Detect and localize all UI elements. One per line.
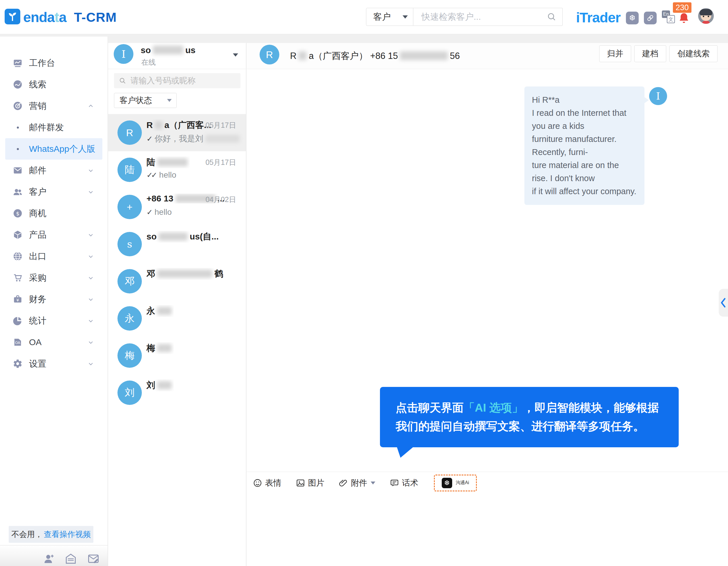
conversation-preview: ✓✓hello: [146, 170, 176, 180]
sidebar-item-出口[interactable]: 出口: [5, 245, 102, 267]
callout-tail: [397, 447, 414, 458]
sidebar-item-OA[interactable]: OAOA: [5, 332, 102, 353]
search-category-select[interactable]: 客户: [366, 8, 413, 26]
message-line: Hi R**a: [532, 93, 637, 106]
magnifier-icon: [119, 77, 126, 85]
emoji-button[interactable]: 表情: [253, 478, 281, 489]
conversation-item[interactable]: 陆陆05月17日✓✓hello: [108, 151, 246, 188]
conversation-avatar: s: [117, 232, 142, 256]
check-icon: ✓: [146, 134, 151, 143]
global-search: [413, 8, 563, 26]
conversation-list: RRa（广西客...05月17日✓你好，我是刘陆陆05月17日✓✓hello++…: [108, 114, 246, 411]
sidebar-item-采购[interactable]: 采购: [5, 267, 102, 289]
svg-text:$: $: [16, 210, 19, 216]
sidebar-item-label: OA: [29, 337, 41, 347]
sidebar-item-设置[interactable]: 设置: [5, 353, 102, 375]
leads-icon: [13, 79, 23, 89]
stats-icon: [13, 316, 23, 326]
tendata-logo-icon: [5, 9, 20, 24]
conversation-item[interactable]: ++86 13...04月02日✓hello: [108, 188, 246, 225]
create-lead-button[interactable]: 创建线索: [669, 45, 718, 62]
svg-text:OA: OA: [15, 341, 20, 345]
sidebar-item-工作台[interactable]: 工作台: [5, 52, 102, 74]
sidebar-item-客户[interactable]: 客户: [5, 181, 102, 202]
settings-icon: [13, 359, 23, 369]
user-avatar[interactable]: [698, 8, 714, 24]
conversation-avatar: R: [117, 120, 142, 145]
itrader-logo[interactable]: iTrader: [576, 10, 620, 26]
message-line: I read on the Internet that you are a ki…: [532, 106, 637, 133]
chevron-down-icon: [88, 253, 94, 259]
message-line: furniture manufacturer. Recently, furni-: [532, 133, 637, 159]
conversation-preview: ✓你好，我是刘: [146, 133, 242, 144]
bell-icon[interactable]: [678, 12, 690, 26]
sidebar-item-线索[interactable]: 线索: [5, 74, 102, 95]
chevron-down-icon: [167, 99, 172, 102]
conversation-item[interactable]: 邓邓鹤: [108, 263, 246, 300]
sidebar-item-营销[interactable]: 营销: [5, 95, 102, 117]
chatgpt-icon[interactable]: [626, 12, 639, 24]
conversation-name: 陆: [146, 156, 190, 168]
conversation-avatar: 永: [117, 306, 142, 331]
sidebar-item-label: 财务: [29, 294, 46, 306]
archive-button[interactable]: 建档: [634, 45, 666, 62]
account-chevron-down-icon[interactable]: [233, 53, 238, 57]
conversation-avatar: 梅: [117, 344, 142, 368]
customer-status-select[interactable]: 客户状态: [114, 93, 177, 108]
chevron-down-icon: [88, 339, 94, 345]
conversation-name: 邓鹤: [146, 268, 223, 280]
watch-video-link[interactable]: 查看操作视频: [44, 529, 91, 540]
conversation-item[interactable]: RRa（广西客...05月17日✓你好，我是刘: [108, 114, 246, 151]
conversation-item[interactable]: 梅梅: [108, 337, 246, 374]
workbench-icon: [13, 58, 23, 68]
sidebar-item-邮件群发[interactable]: 邮件群发: [5, 117, 102, 138]
add-contact-icon[interactable]: [43, 552, 56, 565]
contact-name: Ra（广西客户） +86 1556: [290, 50, 460, 62]
bullet-dot: [13, 122, 23, 132]
bullet-dot: [13, 144, 23, 154]
sidebar-item-label: 设置: [29, 358, 46, 370]
search-icon[interactable]: [547, 12, 557, 22]
sidebar-item-label: 出口: [29, 250, 46, 262]
image-icon: [296, 478, 305, 488]
sprout-logo-icon: [7, 11, 18, 22]
image-button[interactable]: 图片: [296, 478, 324, 489]
check-icon: ✓: [146, 208, 151, 216]
whatsapp-account-header[interactable]: I sous 在线: [108, 43, 246, 69]
sidebar-item-商机[interactable]: $商机: [5, 202, 102, 224]
chat-header: R Ra（广西客户） +86 1556 归并建档创建线索: [247, 43, 728, 69]
notification-badge: 230: [673, 2, 691, 13]
compose-mail-icon[interactable]: [87, 552, 100, 565]
conversation-item[interactable]: ssous(自...: [108, 225, 246, 263]
chevron-down-icon: [88, 232, 94, 238]
merge-button[interactable]: 归并: [599, 45, 631, 62]
paperclip-icon: [339, 478, 348, 488]
communicate-ai-button[interactable]: 沟通Ai: [434, 475, 477, 491]
attachment-button[interactable]: 附件: [339, 478, 375, 489]
link-icon[interactable]: [644, 12, 657, 24]
mail-icon: [13, 165, 23, 175]
conversation-name: 永: [146, 305, 174, 317]
chevron-up-icon: [88, 103, 94, 109]
global-search-input[interactable]: [421, 12, 547, 22]
incoming-message-bubble: Hi R**aI read on the Internet that you a…: [524, 86, 644, 205]
chat-list-panel: I sous 在线 客户状态 RRa（广西客...05月17日✓你好，我是刘陆陆…: [108, 43, 246, 566]
finance-icon: ¥: [13, 294, 23, 304]
contact-search-input[interactable]: [130, 76, 236, 86]
product-icon: [13, 230, 23, 240]
sidebar-item-统计[interactable]: 统计: [5, 310, 102, 332]
chevron-down-icon: [403, 15, 408, 19]
sidebar-item-邮件[interactable]: 邮件: [5, 160, 102, 181]
conversation-name: 刘: [146, 379, 174, 391]
chevron-down-icon: [88, 297, 94, 302]
open-mail-icon[interactable]: [64, 552, 77, 565]
product-name: T-CRM: [74, 10, 117, 25]
collapse-panel-toggle[interactable]: [719, 289, 728, 317]
sidebar-item-财务[interactable]: ¥财务: [5, 289, 102, 310]
sidebar-item-产品[interactable]: 产品: [5, 224, 102, 245]
conversation-item[interactable]: 刘刘: [108, 374, 246, 411]
conversation-item[interactable]: 永永: [108, 300, 246, 337]
sidebar-item-WhatsApp个人版[interactable]: WhatsApp个人版: [5, 138, 102, 160]
script-button[interactable]: 话术: [390, 478, 418, 489]
account-name: sous: [141, 45, 195, 55]
